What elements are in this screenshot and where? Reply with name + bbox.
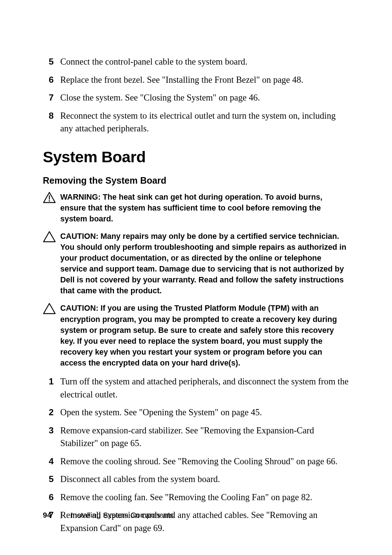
step-text: Turn off the system and attached periphe… — [60, 375, 349, 401]
step-item: 6 Replace the front bezel. See "Installi… — [43, 73, 349, 86]
step-item: 7 Close the system. See "Closing the Sys… — [43, 91, 349, 104]
step-item: 4 Remove the cooling shroud. See "Removi… — [43, 455, 349, 468]
caution-notice: CAUTION: If you are using the Trusted Pl… — [43, 303, 349, 368]
step-item: 3 Remove expansion-card stabilizer. See … — [43, 424, 349, 450]
step-item: 5 Disconnect all cables from the system … — [43, 473, 349, 486]
caution-body: CAUTION: If you are using the Trusted Pl… — [60, 303, 349, 368]
step-number: 6 — [43, 73, 60, 86]
step-number: 6 — [43, 491, 60, 504]
caution-notice: CAUTION: Many repairs may only be done b… — [43, 231, 349, 297]
warning-label: WARNING: — [60, 193, 101, 201]
svg-point-1 — [49, 200, 50, 201]
step-text: Disconnect all cables from the system bo… — [60, 473, 349, 486]
warning-icon — [43, 192, 60, 205]
step-item: 5 Connect the control-panel cable to the… — [43, 55, 349, 68]
step-text: Connect the control-panel cable to the s… — [60, 55, 349, 68]
step-item: 1 Turn off the system and attached perip… — [43, 375, 349, 401]
step-text: Open the system. See "Opening the System… — [60, 406, 349, 419]
step-text: Close the system. See "Closing the Syste… — [60, 91, 349, 104]
footer-separator: | — [60, 511, 62, 519]
warning-body: WARNING: The heat sink can get hot durin… — [60, 192, 349, 224]
step-item: 6 Remove the cooling fan. See "Removing … — [43, 491, 349, 504]
sub-heading: Removing the System Board — [43, 175, 349, 186]
step-item: 8 Reconnect the system to its electrical… — [43, 109, 349, 135]
page-footer: 94 | Installing System Components — [43, 511, 173, 519]
step-text: Remove the cooling fan. See "Removing th… — [60, 491, 349, 504]
step-text: Remove the cooling shroud. See "Removing… — [60, 455, 349, 468]
step-number: 4 — [43, 455, 60, 468]
step-number: 7 — [43, 91, 60, 104]
step-item: 2 Open the system. See "Opening the Syst… — [43, 406, 349, 419]
step-number: 5 — [43, 473, 60, 486]
step-text: Remove expansion-card stabilizer. See "R… — [60, 424, 349, 450]
caution-icon — [43, 303, 60, 316]
step-number: 1 — [43, 375, 60, 401]
caution-icon — [43, 231, 60, 244]
caution-text: If you are using the Trusted Platform Mo… — [60, 304, 337, 367]
step-number: 5 — [43, 55, 60, 68]
step-number: 3 — [43, 424, 60, 450]
warning-notice: WARNING: The heat sink can get hot durin… — [43, 192, 349, 224]
step-number: 2 — [43, 406, 60, 419]
caution-body: CAUTION: Many repairs may only be done b… — [60, 231, 349, 297]
step-text: Reconnect the system to its electrical o… — [60, 109, 349, 135]
caution-label: CAUTION: — [60, 232, 98, 241]
chapter-name: Installing System Components — [71, 511, 174, 519]
step-number: 8 — [43, 109, 60, 135]
caution-text: Many repairs may only be done by a certi… — [60, 232, 346, 295]
page-number: 94 — [43, 511, 51, 519]
page-content: 5 Connect the control-panel cable to the… — [0, 0, 392, 534]
top-steps-list: 5 Connect the control-panel cable to the… — [43, 55, 349, 135]
step-text: Replace the front bezel. See "Installing… — [60, 73, 349, 86]
section-heading: System Board — [43, 148, 349, 166]
caution-label: CAUTION: — [60, 304, 98, 313]
